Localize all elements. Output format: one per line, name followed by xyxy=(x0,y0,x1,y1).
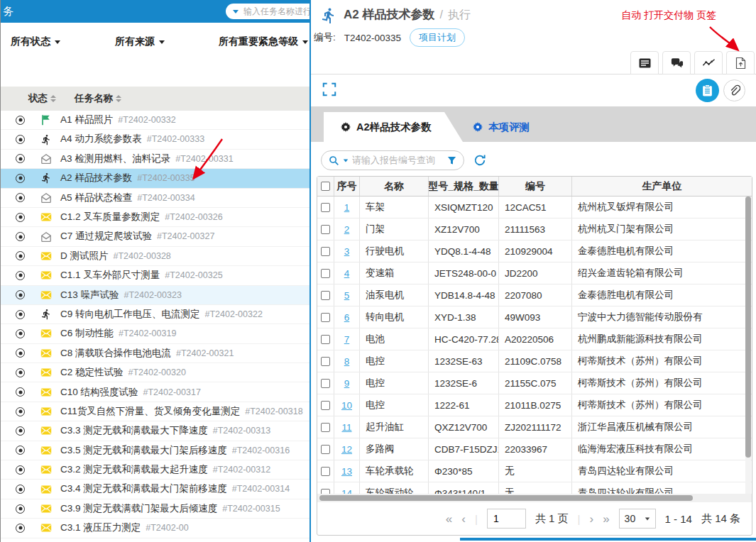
row-number-link[interactable]: 7 xyxy=(344,334,350,345)
row-checkbox[interactable] xyxy=(321,247,330,256)
status-radio-icon[interactable] xyxy=(16,524,25,533)
task-row[interactable]: A1 样品照片#T2402-00332 xyxy=(0,111,309,130)
row-checkbox[interactable] xyxy=(321,203,330,212)
task-row[interactable]: C9 转向电机工作电压、电流测定#T2402-00322 xyxy=(0,305,309,324)
row-number-link[interactable]: 4 xyxy=(344,268,350,279)
last-page-button[interactable]: » xyxy=(603,513,609,525)
column-status[interactable]: 状态 xyxy=(28,92,48,105)
column-task-name[interactable]: 任务名称 xyxy=(75,92,113,105)
row-number-link[interactable]: 9 xyxy=(344,378,350,389)
task-row[interactable]: C7 通过规定爬坡试验#T2402-00327 xyxy=(0,227,309,246)
vertical-scrollbar[interactable] xyxy=(745,197,751,494)
row-checkbox[interactable] xyxy=(321,467,330,476)
row-number-link[interactable]: 11 xyxy=(341,422,351,433)
status-radio-icon[interactable] xyxy=(16,329,25,338)
next-page-button[interactable]: › xyxy=(589,513,593,525)
task-row[interactable]: C3.3 测定无载和满载最大下降速度#T2402-00313 xyxy=(0,421,309,441)
chevron-down-icon[interactable] xyxy=(344,159,348,162)
status-radio-icon[interactable] xyxy=(16,154,25,163)
row-number-link[interactable]: 8 xyxy=(344,356,350,367)
task-row[interactable]: C1.1 叉车外部尺寸测量#T2402-00325 xyxy=(0,266,309,285)
task-row[interactable]: C10 结构强度试验#T2402-00317 xyxy=(0,382,309,402)
status-radio-icon[interactable] xyxy=(16,504,25,514)
page-number-input[interactable] xyxy=(487,509,526,529)
status-radio-icon[interactable] xyxy=(16,446,25,455)
row-checkbox[interactable] xyxy=(321,357,330,366)
project-plan-badge[interactable]: 项目计划 xyxy=(410,28,465,47)
task-search-input[interactable]: 输入任务名称进行 xyxy=(226,4,319,19)
status-radio-icon[interactable] xyxy=(16,271,25,280)
page-size-select[interactable]: 30 xyxy=(619,509,656,529)
row-checkbox[interactable] xyxy=(321,269,330,278)
status-radio-icon[interactable] xyxy=(16,193,25,202)
form-view-button[interactable] xyxy=(630,51,659,74)
status-radio-icon[interactable] xyxy=(16,213,25,222)
status-radio-icon[interactable] xyxy=(16,407,25,416)
prev-page-button[interactable]: ‹ xyxy=(461,513,466,525)
task-row[interactable]: C3.4 测定无载和满载最大门架前移速度#T2402-00314 xyxy=(0,480,309,499)
row-number-link[interactable]: 10 xyxy=(341,400,352,411)
expand-icon[interactable] xyxy=(322,82,337,97)
activity-chart-button[interactable] xyxy=(694,51,723,74)
tab-evaluation[interactable]: 本项评测 xyxy=(473,112,530,142)
deliverable-list-button[interactable] xyxy=(696,79,719,102)
task-row[interactable]: A3 检测用燃料、油料记录#T2402-00331 xyxy=(0,150,309,169)
task-row[interactable]: C2 稳定性试验#T2402-00320 xyxy=(0,363,309,382)
row-number-link[interactable]: 14 xyxy=(341,488,352,494)
task-row[interactable]: C3.1 液压压力测定#T2402-00 xyxy=(0,519,309,538)
row-checkbox[interactable] xyxy=(321,423,330,432)
task-row[interactable]: C11货叉自然下滑量、货叉倾角变化量测定#T2402-00318 xyxy=(0,402,309,421)
task-row[interactable]: C6 制动性能#T2402-00319 xyxy=(0,324,309,343)
row-checkbox[interactable] xyxy=(321,379,330,388)
row-checkbox[interactable] xyxy=(321,313,330,322)
status-radio-icon[interactable] xyxy=(16,387,25,397)
status-radio-icon[interactable] xyxy=(16,116,25,125)
sort-icon[interactable] xyxy=(116,95,121,102)
row-checkbox[interactable] xyxy=(321,489,330,494)
row-number-link[interactable]: 5 xyxy=(344,290,350,301)
deliverable-upload-button[interactable] xyxy=(726,51,755,74)
attachment-button[interactable] xyxy=(723,79,745,101)
task-row[interactable]: C1.2 叉车质量参数测定#T2402-00326 xyxy=(0,208,309,227)
status-radio-icon[interactable] xyxy=(16,426,25,436)
status-radio-icon[interactable] xyxy=(16,135,25,144)
row-number-link[interactable]: 1 xyxy=(344,202,350,213)
report-search-input[interactable]: 请输入报告编号查询 xyxy=(321,150,464,170)
row-checkbox[interactable] xyxy=(321,445,330,454)
status-radio-icon[interactable] xyxy=(16,232,25,241)
status-radio-icon[interactable] xyxy=(16,368,25,377)
filter-funnel-icon[interactable] xyxy=(447,156,456,165)
refresh-icon[interactable] xyxy=(473,154,486,167)
task-row[interactable]: A4 动力系统参数表#T2402-00333 xyxy=(0,130,309,149)
row-checkbox[interactable] xyxy=(321,335,330,344)
sort-icon[interactable] xyxy=(50,95,56,102)
status-radio-icon[interactable] xyxy=(16,465,25,475)
row-number-link[interactable]: 13 xyxy=(341,466,352,477)
filter-status-dropdown[interactable]: 所有状态 xyxy=(11,35,60,48)
status-radio-icon[interactable] xyxy=(16,174,25,183)
row-number-link[interactable]: 6 xyxy=(344,312,350,323)
task-row[interactable]: C3.2 测定无载和满载最大起升速度#T2402-00312 xyxy=(0,460,309,480)
filter-source-dropdown[interactable]: 所有来源 xyxy=(115,35,165,48)
tab-sample-tech-params[interactable]: A2样品技术参数 xyxy=(324,112,463,142)
vertical-scrollbar-thumb[interactable] xyxy=(745,197,751,458)
row-checkbox[interactable] xyxy=(321,401,330,410)
status-radio-icon[interactable] xyxy=(16,290,25,299)
task-row[interactable]: C3.9 测定无载满载门架最大后倾速度#T2402-00315 xyxy=(0,499,309,519)
task-row[interactable]: C8 满载联合操作电池电流#T2402-00321 xyxy=(0,344,309,363)
task-row[interactable]: D 测试照片#T2402-00328 xyxy=(0,247,309,266)
select-all-checkbox[interactable] xyxy=(321,182,330,191)
row-number-link[interactable]: 2 xyxy=(344,224,350,235)
horizontal-scrollbar[interactable] xyxy=(317,494,752,502)
task-row[interactable]: C3.5 测定无载和满载最大门架后移速度#T2402-00316 xyxy=(0,441,309,460)
first-page-button[interactable]: « xyxy=(446,513,452,525)
comments-button[interactable] xyxy=(662,51,691,74)
status-radio-icon[interactable] xyxy=(16,310,25,319)
chevron-down-icon[interactable] xyxy=(233,10,239,13)
filter-priority-dropdown[interactable]: 所有重要紧急等级 xyxy=(219,35,308,48)
task-row[interactable]: C13 噪声试验#T2402-00323 xyxy=(0,286,309,305)
row-checkbox[interactable] xyxy=(321,225,330,234)
status-radio-icon[interactable] xyxy=(16,348,25,358)
status-radio-icon[interactable] xyxy=(16,251,25,260)
horizontal-scrollbar-thumb[interactable] xyxy=(319,495,693,501)
